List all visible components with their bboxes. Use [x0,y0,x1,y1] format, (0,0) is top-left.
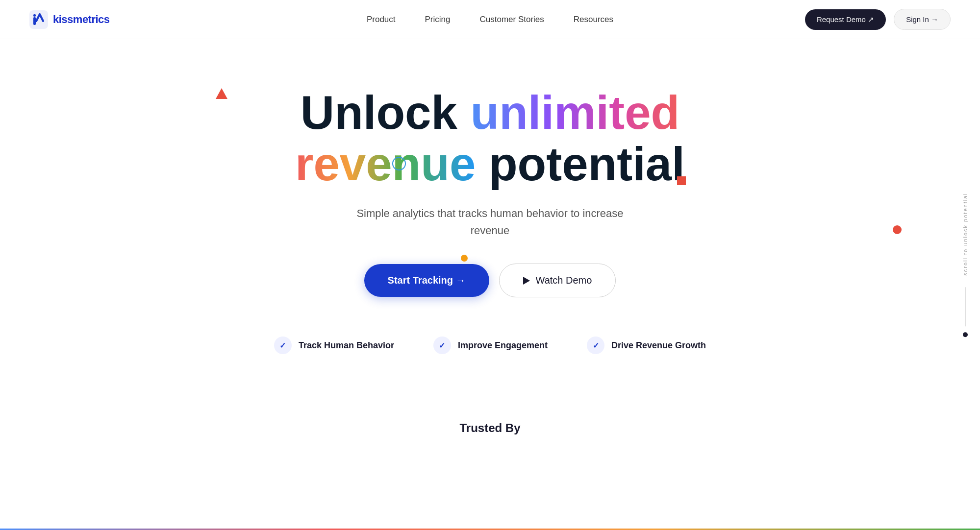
trusted-by-title: Trusted By [459,421,520,434]
watch-demo-button[interactable]: Watch Demo [499,264,616,297]
feature-label-3: Drive Revenue Growth [611,340,706,351]
features-row: ✓ Track Human Behavior ✓ Improve Engagem… [274,337,706,354]
nav-actions: Request Demo ↗ Sign In → [805,9,951,30]
check-circle-2: ✓ [433,337,451,354]
nav-resources[interactable]: Resources [574,15,613,24]
check-circle-1: ✓ [274,337,292,354]
decorative-dot-orange [461,255,468,262]
watch-demo-label: Watch Demo [536,275,592,286]
hero-title-unlock: Unlock [301,86,471,139]
scroll-line [965,288,966,327]
hero-title: Unlock unlimited revenue potential [295,87,685,190]
sign-in-button[interactable]: Sign In → [894,9,951,30]
scroll-dot [963,333,968,337]
hero-title-potential: potential [476,138,685,190]
decorative-dot-red [893,225,902,234]
nav-customer-stories[interactable]: Customer Stories [479,15,544,24]
check-icon-1: ✓ [279,341,286,350]
decorative-triangle [216,88,227,99]
trusted-by-section: Trusted By [0,392,980,455]
svg-rect-2 [33,14,36,17]
decorative-square [677,176,686,185]
check-icon-2: ✓ [439,341,445,350]
scroll-sidebar: scroll to unlock potential [962,193,968,337]
feature-label-2: Improve Engagement [458,340,548,351]
feature-item-1: ✓ Track Human Behavior [274,337,394,354]
request-demo-button[interactable]: Request Demo ↗ [805,9,886,30]
feature-item-3: ✓ Drive Revenue Growth [587,337,706,354]
nav-product[interactable]: Product [367,15,396,24]
hero-title-revenue: revenue [295,138,476,190]
hero-title-unlimited: unlimited [471,86,680,139]
start-tracking-button[interactable]: Start Tracking → [364,264,489,297]
feature-item-2: ✓ Improve Engagement [433,337,548,354]
scroll-text: scroll to unlock potential [962,193,968,275]
svg-rect-0 [29,10,48,29]
decorative-circle [392,157,406,170]
check-icon-3: ✓ [593,341,599,350]
play-icon [523,277,530,285]
nav-pricing[interactable]: Pricing [425,15,451,24]
hero-cta: Start Tracking → Watch Demo [364,264,616,297]
navbar: kissmetrics Product Pricing Customer Sto… [0,0,980,39]
logo-link[interactable]: kissmetrics [29,10,110,29]
hero-section: Unlock unlimited revenue potential Simpl… [0,39,980,392]
nav-links: Product Pricing Customer Stories Resourc… [367,15,613,24]
check-circle-3: ✓ [587,337,604,354]
feature-label-1: Track Human Behavior [299,340,394,351]
logo-icon [29,10,48,29]
hero-subtitle: Simple analytics that tracks human behav… [353,205,628,239]
brand-name: kissmetrics [53,13,110,26]
